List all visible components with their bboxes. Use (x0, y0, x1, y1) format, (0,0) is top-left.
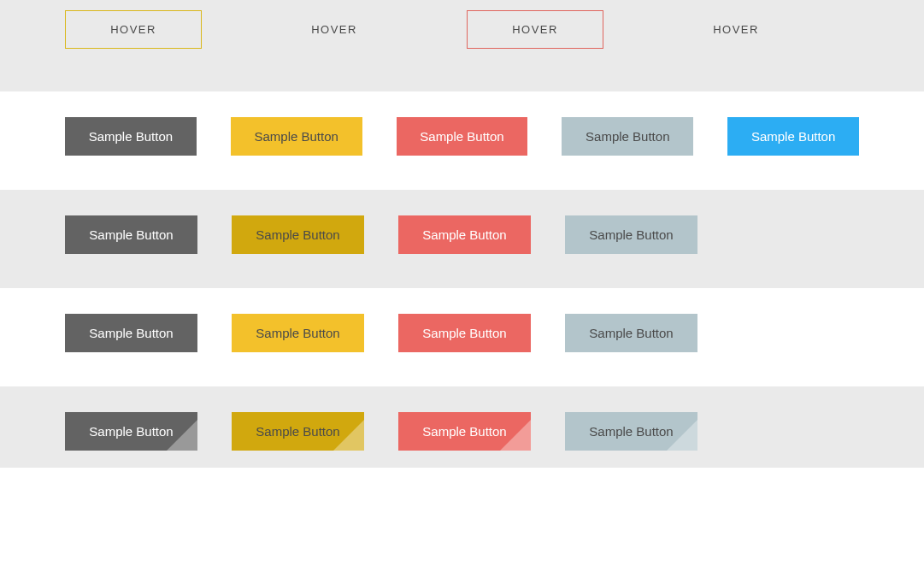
sample-button-red[interactable]: Sample Button (398, 314, 531, 352)
hover-button-outlined-red[interactable]: HOVER (467, 10, 603, 49)
hover-button-plain-1[interactable]: HOVER (266, 10, 403, 49)
sample-button-yellow-corner[interactable]: Sample Button (232, 412, 364, 451)
sample-button-dark[interactable]: Sample Button (65, 314, 197, 352)
sample-button-dark[interactable]: Sample Button (65, 117, 197, 156)
solid-row-4: Sample Button Sample Button Sample Butto… (0, 386, 924, 468)
sample-button-yellow[interactable]: Sample Button (232, 314, 364, 352)
sample-button-gray-corner[interactable]: Sample Button (565, 412, 697, 451)
solid-row-1: Sample Button Sample Button Sample Butto… (0, 91, 924, 190)
sample-button-red[interactable]: Sample Button (397, 117, 528, 156)
hover-button-plain-2[interactable]: HOVER (668, 10, 804, 49)
sample-button-gray[interactable]: Sample Button (562, 117, 693, 156)
sample-button-gray[interactable]: Sample Button (565, 314, 697, 352)
hover-button-outlined-yellow[interactable]: HOVER (65, 10, 202, 49)
sample-button-red[interactable]: Sample Button (398, 215, 531, 254)
solid-row-2: Sample Button Sample Button Sample Butto… (0, 190, 924, 288)
sample-button-dark[interactable]: Sample Button (65, 215, 197, 254)
sample-button-yellow-dark[interactable]: Sample Button (232, 215, 364, 254)
sample-button-dark-corner[interactable]: Sample Button (65, 412, 197, 451)
sample-button-red-corner[interactable]: Sample Button (398, 412, 531, 451)
solid-row-3: Sample Button Sample Button Sample Butto… (0, 288, 924, 386)
sample-button-yellow[interactable]: Sample Button (231, 117, 362, 156)
sample-button-blue[interactable]: Sample Button (727, 117, 859, 156)
sample-button-gray[interactable]: Sample Button (565, 215, 697, 254)
hover-row: HOVER HOVER HOVER HOVER (0, 0, 924, 91)
